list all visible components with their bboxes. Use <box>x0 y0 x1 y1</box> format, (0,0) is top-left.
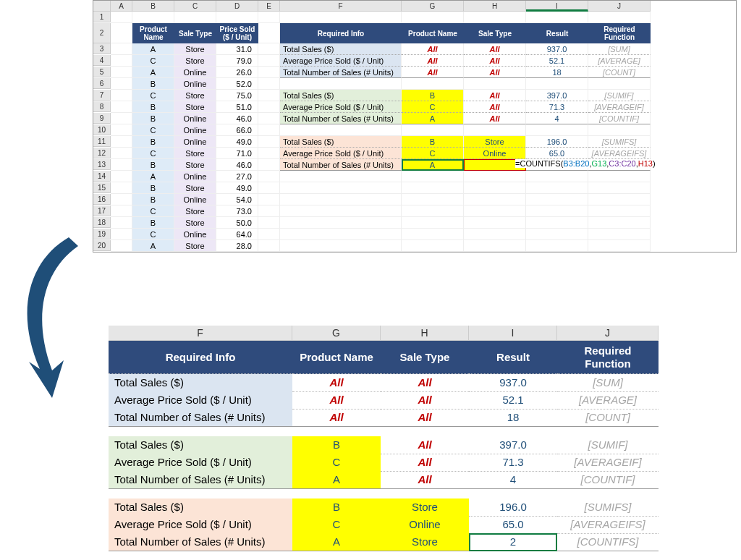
cell-info[interactable]: Total Sales ($) <box>109 436 292 454</box>
cell-crit-product[interactable]: A <box>292 471 381 489</box>
cell-function[interactable]: [AVERAGE] <box>557 391 659 410</box>
cell-result[interactable]: 65.0 <box>526 148 588 159</box>
col-B[interactable]: B <box>132 1 174 12</box>
cell-crit-product[interactable]: B <box>402 136 464 148</box>
cell-sale-type[interactable]: Store <box>174 55 216 67</box>
cell-price[interactable]: 75.0 <box>216 90 258 101</box>
hdr-required-info[interactable]: Required Info <box>280 23 402 43</box>
cell-sale-type[interactable]: Store <box>174 101 216 113</box>
cell-result[interactable]: 4 <box>526 113 588 124</box>
cell-result[interactable]: 2 <box>469 533 557 551</box>
cell-crit-saletype[interactable]: All <box>381 454 469 472</box>
cell-sale-type[interactable]: Online <box>174 113 216 124</box>
cell-info[interactable]: Total Number of Sales (# Units) <box>109 533 292 551</box>
cell-sale-type[interactable]: Store <box>174 159 216 171</box>
cell-result[interactable]: 18 <box>526 67 588 78</box>
cell-info[interactable]: Total Number of Sales (# Units) <box>109 409 292 427</box>
cell-crit-saletype[interactable]: All <box>381 391 469 410</box>
cell-product[interactable]: A <box>132 67 174 78</box>
cell-info[interactable]: Average Price Sold ($ / Unit) <box>280 148 402 159</box>
cell-product[interactable]: A <box>132 171 174 182</box>
cell-price[interactable]: 73.0 <box>216 205 258 217</box>
bhdr-required-function[interactable]: Required Function <box>557 341 659 374</box>
cell-crit-saletype[interactable]: Online <box>381 516 469 534</box>
cell-price[interactable]: 46.0 <box>216 159 258 171</box>
cell-info[interactable]: Average Price Sold ($ / Unit) <box>109 454 292 472</box>
cell-result[interactable]: 4 <box>469 471 557 489</box>
cell-crit-product[interactable]: B <box>292 436 381 454</box>
cell-crit-product[interactable]: All <box>292 409 381 427</box>
row-num[interactable]: 3 <box>93 43 111 54</box>
cell-sale-type[interactable]: Store <box>174 182 216 194</box>
cell-info[interactable]: Average Price Sold ($ / Unit) <box>280 55 402 67</box>
cell-sale-type[interactable]: Store <box>174 148 216 159</box>
cell-crit-saletype[interactable]: All <box>381 436 469 454</box>
row-num[interactable]: 6 <box>93 78 111 89</box>
cell-crit-saletype[interactable]: Store <box>464 136 526 148</box>
cell-sale-type[interactable]: Store <box>174 217 216 229</box>
cell-function[interactable]: [AVERAGEIFS] <box>557 516 659 534</box>
hdr-price-sold[interactable]: Price Sold ($ / Unit) <box>216 23 258 43</box>
cell-price[interactable]: 50.0 <box>216 217 258 229</box>
cell-product[interactable]: B <box>132 182 174 194</box>
cell-info[interactable]: Total Sales ($) <box>280 90 402 101</box>
cell-crit-product[interactable]: A <box>292 533 381 551</box>
hdr-product-name[interactable]: Product Name <box>132 23 174 43</box>
hdr-result[interactable]: Result <box>526 23 588 43</box>
row-num[interactable]: 18 <box>93 217 111 228</box>
row-num[interactable]: 8 <box>93 101 111 112</box>
col-F[interactable]: F <box>280 1 402 12</box>
hdr-sale-type[interactable]: Sale Type <box>174 23 216 43</box>
bcol-G[interactable]: G <box>292 326 381 341</box>
cell-crit-product[interactable]: C <box>292 516 381 534</box>
cell-price[interactable]: 52.0 <box>216 78 258 90</box>
cell-function[interactable]: [AVERAGEIF] <box>557 454 659 472</box>
cell-function[interactable]: [AVERAGE] <box>588 55 651 67</box>
col-A[interactable]: A <box>111 1 132 12</box>
bhdr-result[interactable]: Result <box>469 341 557 374</box>
cell-info[interactable]: Total Number of Sales (# Units) <box>280 113 402 124</box>
cell-crit-saletype[interactable]: All <box>464 90 526 101</box>
cell-result[interactable]: 937.0 <box>469 374 557 392</box>
cell-product[interactable]: B <box>132 136 174 148</box>
cell-price[interactable]: 46.0 <box>216 113 258 124</box>
cell-price[interactable]: 31.0 <box>216 43 258 55</box>
row-num[interactable]: 12 <box>93 148 111 158</box>
cell-info[interactable]: Average Price Sold ($ / Unit) <box>109 516 292 534</box>
cell-crit-saletype[interactable]: All <box>464 55 526 67</box>
cell-price[interactable]: 71.0 <box>216 148 258 159</box>
cell-result[interactable]: 65.0 <box>469 516 557 534</box>
cell-price[interactable]: 27.0 <box>216 171 258 182</box>
cell-crit-product[interactable]: All <box>402 55 464 67</box>
cell-price[interactable]: 66.0 <box>216 124 258 136</box>
cell-price[interactable]: 64.0 <box>216 229 258 240</box>
cell-crit-product[interactable]: C <box>402 101 464 113</box>
row-num[interactable]: 4 <box>93 55 111 66</box>
cell-info[interactable]: Total Number of Sales (# Units) <box>109 471 292 489</box>
col-J[interactable]: J <box>588 1 651 12</box>
cell-sale-type[interactable]: Online <box>174 136 216 148</box>
cell-crit-product[interactable]: A <box>402 113 464 124</box>
cell-info[interactable]: Total Sales ($) <box>109 499 292 517</box>
cell-crit-saletype[interactable]: Store <box>381 499 469 517</box>
cell-price[interactable]: 28.0 <box>216 240 258 252</box>
bhdr-required-info[interactable]: Required Info <box>109 341 292 374</box>
cell-result[interactable]: 937.0 <box>526 43 588 55</box>
row-num[interactable]: 16 <box>93 194 111 205</box>
row-num[interactable]: 7 <box>93 90 111 101</box>
cell-crit-saletype[interactable]: All <box>381 374 469 392</box>
bcol-F[interactable]: F <box>109 326 292 341</box>
cell-crit-product[interactable]: All <box>292 391 381 410</box>
cell-sale-type[interactable]: Online <box>174 78 216 90</box>
bcol-J[interactable]: J <box>557 326 659 341</box>
hdr-product-name-2[interactable]: Product Name <box>402 23 464 43</box>
cell-crit-product[interactable]: B <box>292 499 381 517</box>
cell-product[interactable]: C <box>132 90 174 101</box>
hdr-required-function[interactable]: Required Function <box>588 23 651 43</box>
row-num-1[interactable]: 1 <box>93 12 111 22</box>
cell-sale-type[interactable]: Store <box>174 43 216 55</box>
cell-crit-saletype[interactable]: All <box>464 43 526 55</box>
corner-cell[interactable] <box>93 1 111 12</box>
cell-price[interactable]: 79.0 <box>216 55 258 67</box>
cell-product[interactable]: B <box>132 159 174 171</box>
